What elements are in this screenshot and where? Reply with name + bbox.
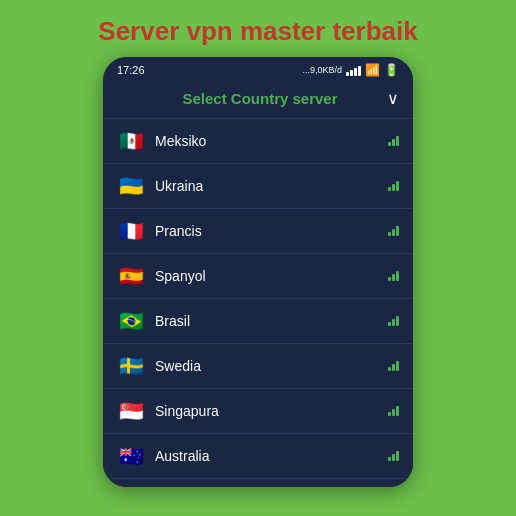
signal-strength-icon xyxy=(388,316,399,326)
country-name: Prancis xyxy=(155,223,388,239)
battery-icon: 🔋 xyxy=(384,63,399,77)
country-name: Australia xyxy=(155,448,388,464)
list-item[interactable]: 🇧🇷Brasil xyxy=(103,299,413,344)
status-bar: 17:26 ...9,0KB/d 📶 🔋 xyxy=(103,57,413,81)
status-time: 17:26 xyxy=(117,64,145,76)
signal-strength-icon xyxy=(388,406,399,416)
country-flag: 🇸🇬 xyxy=(117,399,145,423)
status-right: ...9,0KB/d 📶 🔋 xyxy=(302,63,399,77)
country-name: Brasil xyxy=(155,313,388,329)
chevron-down-icon[interactable]: ∨ xyxy=(387,89,399,108)
list-item[interactable]: 🇨🇿Cheska xyxy=(103,479,413,487)
signal-strength-icon xyxy=(388,226,399,236)
country-name: Ukraina xyxy=(155,178,388,194)
country-flag: 🇲🇽 xyxy=(117,129,145,153)
signal-strength-icon xyxy=(388,271,399,281)
page-background: Server vpn master terbaik 17:26 ...9,0KB… xyxy=(0,0,516,516)
country-flag: 🇸🇪 xyxy=(117,354,145,378)
network-speed: ...9,0KB/d xyxy=(302,65,342,75)
list-item[interactable]: 🇸🇬Singapura xyxy=(103,389,413,434)
page-title: Server vpn master terbaik xyxy=(88,0,427,57)
country-flag: 🇪🇸 xyxy=(117,264,145,288)
wifi-icon: 📶 xyxy=(365,63,380,77)
phone-frame: 17:26 ...9,0KB/d 📶 🔋 Select Country serv… xyxy=(103,57,413,487)
country-name: Meksiko xyxy=(155,133,388,149)
country-flag: 🇺🇦 xyxy=(117,174,145,198)
signal-strength-icon xyxy=(388,136,399,146)
list-item[interactable]: 🇺🇦Ukraina xyxy=(103,164,413,209)
header-bar[interactable]: Select Country server ∨ xyxy=(103,81,413,119)
country-name: Swedia xyxy=(155,358,388,374)
country-name: Spanyol xyxy=(155,268,388,284)
country-flag: 🇦🇺 xyxy=(117,444,145,468)
country-list: 🇲🇽Meksiko🇺🇦Ukraina🇫🇷Prancis🇪🇸Spanyol🇧🇷Br… xyxy=(103,119,413,487)
signal-strength-icon xyxy=(388,451,399,461)
header-title: Select Country server xyxy=(137,90,383,107)
country-flag: 🇧🇷 xyxy=(117,309,145,333)
list-item[interactable]: 🇫🇷Prancis xyxy=(103,209,413,254)
list-item[interactable]: 🇲🇽Meksiko xyxy=(103,119,413,164)
country-flag: 🇫🇷 xyxy=(117,219,145,243)
signal-strength-icon xyxy=(388,181,399,191)
list-item[interactable]: 🇦🇺Australia xyxy=(103,434,413,479)
list-item[interactable]: 🇸🇪Swedia xyxy=(103,344,413,389)
list-item[interactable]: 🇪🇸Spanyol xyxy=(103,254,413,299)
signal-bars-icon xyxy=(346,64,361,76)
signal-strength-icon xyxy=(388,361,399,371)
country-name: Singapura xyxy=(155,403,388,419)
